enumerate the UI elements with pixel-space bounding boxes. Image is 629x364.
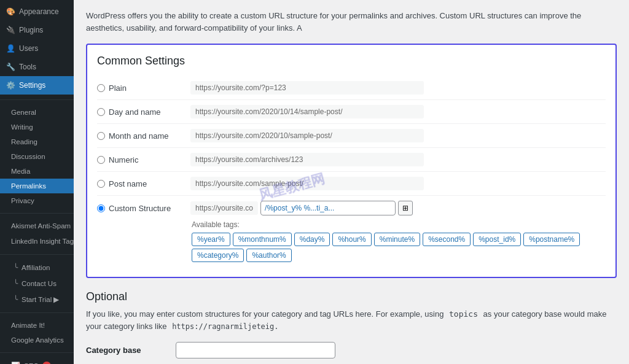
tag-post-id[interactable]: %post_id% bbox=[473, 233, 521, 246]
main-content: WordPress offers you the ability to crea… bbox=[74, 0, 629, 364]
tag-second[interactable]: %second% bbox=[423, 233, 471, 246]
month-name-option-row: Month and name https://yoursite.com/2020… bbox=[97, 124, 606, 148]
sidebar-item-animate-it[interactable]: Animate It! bbox=[0, 318, 74, 333]
tools-icon: 🔧 bbox=[6, 63, 15, 71]
code-example: topics bbox=[446, 309, 481, 319]
sidebar-item-users[interactable]: 👤 Users bbox=[0, 39, 74, 58]
sidebar-item-privacy[interactable]: Privacy bbox=[0, 193, 74, 208]
day-name-url: https://yoursite.com/2020/10/14/sample-p… bbox=[190, 105, 424, 118]
intro-text: WordPress offers you the ability to crea… bbox=[86, 10, 617, 34]
users-icon: 👤 bbox=[6, 44, 15, 53]
url-example-inline: https://ragnarmiljeteig. bbox=[169, 322, 281, 331]
sidebar: 🎨 Appearance 🔌 Plugins 👤 Users 🔧 Tools ⚙… bbox=[0, 0, 74, 364]
sidebar-item-appearance[interactable]: 🎨 Appearance bbox=[0, 2, 74, 21]
plain-radio[interactable] bbox=[97, 84, 105, 92]
month-name-label[interactable]: Month and name bbox=[97, 131, 183, 141]
optional-title: Optional bbox=[86, 290, 617, 303]
tag-year[interactable]: %year% bbox=[192, 233, 230, 246]
seo-badge: 1 bbox=[42, 362, 51, 364]
sidebar-item-start-trial[interactable]: ╰ Start Trial ▶ bbox=[0, 292, 74, 308]
post-name-url: https://yoursite.com/sample-post/ bbox=[190, 177, 424, 190]
plain-label[interactable]: Plain bbox=[97, 83, 183, 93]
sidebar-item-general[interactable]: General bbox=[0, 105, 74, 120]
numeric-label[interactable]: Numeric bbox=[97, 155, 183, 165]
category-base-input[interactable] bbox=[176, 342, 335, 358]
sidebar-item-plugins[interactable]: 🔌 Plugins bbox=[0, 21, 74, 39]
tag-minute[interactable]: %minute% bbox=[374, 233, 420, 246]
plugins-icon: 🔌 bbox=[6, 26, 15, 34]
plain-url: https://yoursite.com/?p=123 bbox=[190, 81, 424, 95]
tag-author[interactable]: %author% bbox=[246, 249, 291, 262]
sidebar-item-seo[interactable]: 📈 SEO 1 bbox=[0, 358, 74, 364]
browse-button[interactable]: ⊞ bbox=[398, 201, 413, 215]
tags-row: %year% %monthnum% %day% %hour% %minute% … bbox=[192, 233, 606, 262]
available-tags-label: Available tags: bbox=[192, 220, 606, 229]
sidebar-item-tools[interactable]: 🔧 Tools bbox=[0, 58, 74, 76]
numeric-radio[interactable] bbox=[97, 156, 105, 164]
custom-radio[interactable] bbox=[97, 204, 105, 212]
plain-option-row: Plain https://yoursite.com/?p=123 bbox=[97, 76, 606, 100]
category-base-label: Category base bbox=[86, 346, 166, 355]
sidebar-item-writing[interactable]: Writing bbox=[0, 120, 74, 134]
custom-structure-row: Custom Structure https://yoursite.co ⊞ A… bbox=[97, 196, 606, 267]
common-settings-box: Common Settings Plain https://yoursite.c… bbox=[86, 44, 617, 278]
tag-monthnum[interactable]: %monthnum% bbox=[233, 233, 292, 246]
sidebar-item-akismet[interactable]: Akismet Anti-Spam bbox=[0, 219, 74, 233]
seo-icon: 📈 bbox=[11, 362, 20, 364]
category-base-row: Category base bbox=[86, 342, 617, 358]
optional-description: If you like, you may enter custom struct… bbox=[86, 308, 617, 332]
numeric-url: https://yoursite.com/archives/123 bbox=[190, 153, 424, 166]
sidebar-item-contact-us[interactable]: ╰ Contact Us bbox=[0, 276, 74, 292]
sidebar-item-permalinks[interactable]: Permalinks bbox=[0, 179, 74, 193]
day-name-radio[interactable] bbox=[97, 108, 105, 116]
url-prefix: https://yoursite.co bbox=[190, 201, 258, 215]
post-name-option-row: Post name https://yoursite.com/sample-po… bbox=[97, 172, 606, 196]
month-name-url: https://yoursite.com/2020/10/sample-post… bbox=[190, 129, 424, 142]
tag-hour[interactable]: %hour% bbox=[332, 233, 371, 246]
custom-label[interactable]: Custom Structure bbox=[97, 204, 183, 213]
sidebar-item-settings[interactable]: ⚙️ Settings bbox=[0, 76, 74, 95]
day-name-label[interactable]: Day and name bbox=[97, 107, 183, 117]
numeric-option-row: Numeric https://yoursite.com/archives/12… bbox=[97, 148, 606, 172]
sidebar-item-reading[interactable]: Reading bbox=[0, 134, 74, 149]
common-settings-title: Common Settings bbox=[97, 55, 606, 68]
sidebar-item-google-analytics[interactable]: Google Analytics bbox=[0, 333, 74, 347]
custom-structure-input[interactable] bbox=[260, 201, 396, 215]
appearance-icon: 🎨 bbox=[6, 7, 15, 16]
custom-input-group: https://yoursite.co ⊞ bbox=[190, 201, 606, 215]
sidebar-item-linkedin[interactable]: LinkedIn Insight Tag 1 bbox=[0, 233, 74, 249]
tag-postname[interactable]: %postname% bbox=[523, 233, 580, 246]
post-name-radio[interactable] bbox=[97, 180, 105, 188]
month-name-radio[interactable] bbox=[97, 132, 105, 140]
sidebar-item-affiliation[interactable]: ╰ Affiliation bbox=[0, 260, 74, 276]
day-name-option-row: Day and name https://yoursite.com/2020/1… bbox=[97, 100, 606, 124]
optional-section: Optional If you like, you may enter cust… bbox=[86, 290, 617, 364]
sidebar-item-discussion[interactable]: Discussion bbox=[0, 149, 74, 164]
settings-icon: ⚙️ bbox=[6, 81, 15, 90]
tag-category[interactable]: %category% bbox=[192, 249, 244, 262]
tag-day[interactable]: %day% bbox=[294, 233, 330, 246]
post-name-label[interactable]: Post name bbox=[97, 179, 183, 188]
sidebar-item-media[interactable]: Media bbox=[0, 164, 74, 179]
